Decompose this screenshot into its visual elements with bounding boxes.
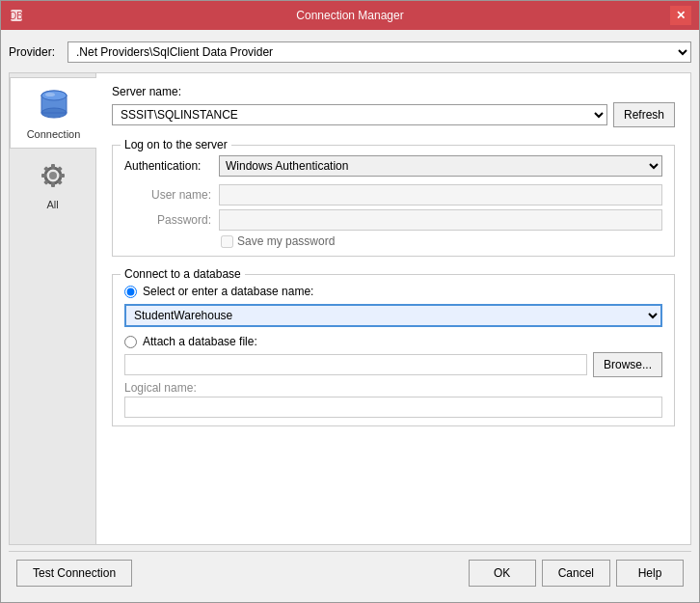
close-button[interactable]: ✕ (670, 6, 691, 25)
cancel-button[interactable]: Cancel (542, 560, 610, 587)
attach-db-row: Attach a database file: (124, 335, 662, 348)
sidebar: Connection (10, 73, 96, 544)
database-group-legend: Connect to a database (121, 267, 245, 281)
svg-rect-13 (60, 174, 65, 178)
password-row: Password: (124, 209, 662, 231)
provider-label: Provider: (9, 45, 62, 59)
browse-button[interactable]: Browse... (593, 352, 662, 377)
connection-icon (35, 86, 73, 124)
sidebar-item-connection[interactable]: Connection (10, 77, 96, 149)
sidebar-item-all[interactable]: All (10, 149, 95, 218)
content-area: Server name: SSSIT\SQLINSTANCE Refresh L… (96, 73, 690, 544)
connection-manager-window: DB Connection Manager ✕ Provider: .Net P… (0, 0, 700, 603)
database-group: Connect to a database Select or enter a … (112, 274, 675, 426)
password-label: Password: (124, 213, 211, 227)
database-select[interactable]: StudentWarehouse (124, 304, 662, 327)
footer: Test Connection OK Cancel Help (9, 551, 691, 594)
logical-name-input[interactable] (124, 397, 662, 418)
server-name-select[interactable]: SSSIT\SQLINSTANCE (112, 104, 607, 125)
sidebar-connection-label: Connection (27, 128, 81, 140)
window-body: Provider: .Net Providers\SqlClient Data … (1, 30, 699, 602)
attach-db-radio-label: Attach a database file: (143, 335, 257, 348)
logical-name-label: Logical name: (124, 381, 662, 395)
password-input[interactable] (219, 209, 662, 231)
auth-label: Authentication: (124, 159, 211, 173)
title-bar-left: DB (9, 8, 30, 23)
attach-file-input[interactable] (124, 354, 587, 375)
svg-text:DB: DB (10, 11, 23, 21)
server-name-row: SSSIT\SQLINSTANCE Refresh (112, 102, 675, 127)
title-bar: DB Connection Manager ✕ (1, 1, 699, 30)
sidebar-all-label: All (46, 199, 58, 210)
svg-rect-11 (51, 182, 55, 187)
save-password-row: Save my password (221, 234, 662, 248)
save-password-label: Save my password (237, 234, 335, 248)
attach-db-radio[interactable] (124, 336, 137, 348)
logical-name-row: Logical name: (124, 381, 662, 418)
refresh-button[interactable]: Refresh (613, 102, 675, 127)
footer-right: OK Cancel Help (469, 560, 684, 587)
auth-row: Authentication: Windows Authentication (124, 155, 662, 177)
ok-button[interactable]: OK (469, 560, 536, 587)
username-label: User name: (124, 188, 211, 202)
svg-point-7 (45, 93, 55, 96)
select-db-radio-row: Select or enter a database name: (124, 285, 662, 298)
username-input[interactable] (219, 184, 662, 206)
select-db-radio[interactable] (124, 286, 137, 298)
logon-group-legend: Log on to the server (121, 138, 231, 151)
footer-left: Test Connection (16, 560, 132, 587)
attach-file-row: Browse... (124, 352, 662, 377)
select-db-radio-label: Select or enter a database name: (143, 285, 313, 298)
server-name-section: Server name: SSSIT\SQLINSTANCE Refresh (112, 85, 675, 127)
save-password-checkbox[interactable] (221, 235, 233, 248)
provider-select[interactable]: .Net Providers\SqlClient Data Provider (67, 41, 691, 63)
server-name-label: Server name: (112, 85, 675, 98)
svg-rect-12 (41, 174, 46, 178)
svg-rect-10 (51, 164, 55, 169)
app-icon: DB (9, 8, 24, 23)
test-connection-button[interactable]: Test Connection (16, 560, 132, 587)
main-content: Connection (9, 72, 691, 545)
auth-select[interactable]: Windows Authentication (219, 155, 662, 177)
username-row: User name: (124, 184, 662, 206)
provider-row: Provider: .Net Providers\SqlClient Data … (9, 38, 691, 67)
window-title: Connection Manager (296, 9, 403, 22)
all-icon (34, 156, 72, 195)
help-button[interactable]: Help (616, 560, 684, 587)
logon-group: Log on to the server Authentication: Win… (112, 145, 675, 257)
svg-point-9 (49, 172, 57, 179)
